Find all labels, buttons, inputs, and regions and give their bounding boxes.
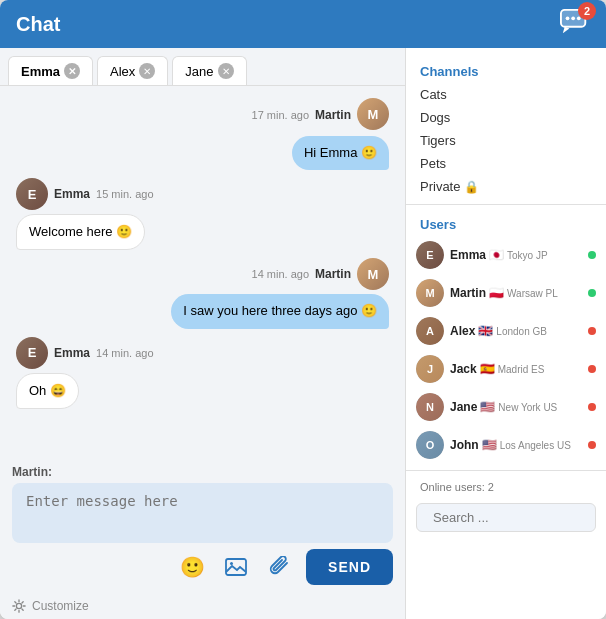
- users-title: Users: [406, 211, 606, 236]
- send-button[interactable]: SEND: [306, 549, 393, 585]
- avatar-martin: M: [416, 279, 444, 307]
- emma-flag: 🇯🇵: [489, 248, 504, 262]
- customize-row[interactable]: Customize: [0, 593, 405, 619]
- divider-1: [406, 204, 606, 205]
- jane-flag: 🇺🇸: [480, 400, 495, 414]
- user-item-alex[interactable]: A Alex 🇬🇧 London GB: [406, 312, 606, 350]
- divider-2: [406, 470, 606, 471]
- msg1-sender: Martin: [315, 108, 351, 122]
- jack-flag: 🇪🇸: [480, 362, 495, 376]
- message-meta-4: E Emma 14 min. ago: [16, 337, 154, 369]
- tab-emma-label: Emma: [21, 64, 60, 79]
- input-area: Martin: 🙂: [0, 457, 405, 593]
- jane-city: New York US: [498, 402, 557, 413]
- tab-emma[interactable]: Emma ✕: [8, 56, 93, 85]
- svg-point-5: [230, 562, 233, 565]
- tab-alex-close[interactable]: ✕: [139, 63, 155, 79]
- channel-tigers-label: Tigers: [420, 133, 456, 148]
- tab-jane-close[interactable]: ✕: [218, 63, 234, 79]
- left-panel: Emma ✕ Alex ✕ Jane ✕ 17 min. ago: [0, 48, 406, 619]
- message-meta-3: 14 min. ago Martin M: [252, 258, 389, 290]
- user-item-jack[interactable]: J Jack 🇪🇸 Madrid ES: [406, 350, 606, 388]
- search-box-wrap[interactable]: [416, 503, 596, 532]
- message-meta-1: 17 min. ago Martin M: [252, 98, 389, 132]
- channel-dogs-label: Dogs: [420, 110, 450, 125]
- msg4-avatar: E: [16, 337, 48, 369]
- notification-icon-wrap[interactable]: 2: [560, 8, 590, 40]
- msg3-avatar: M: [357, 258, 389, 290]
- channel-private-label: Private: [420, 179, 460, 194]
- message-meta-2: E Emma 15 min. ago: [16, 178, 154, 210]
- msg4-bubble: Oh 😄: [16, 373, 79, 409]
- emma-status: [588, 251, 596, 259]
- jack-name: Jack: [450, 362, 477, 376]
- tab-alex[interactable]: Alex ✕: [97, 56, 168, 85]
- user-info-martin: Martin 🇵🇱 Warsaw PL: [450, 286, 582, 300]
- channel-cats-label: Cats: [420, 87, 447, 102]
- settings-icon: [12, 599, 26, 613]
- main-content: Emma ✕ Alex ✕ Jane ✕ 17 min. ago: [0, 48, 606, 619]
- tabs-bar: Emma ✕ Alex ✕ Jane ✕: [0, 48, 405, 86]
- user-info-jane: Jane 🇺🇸 New York US: [450, 400, 582, 414]
- msg3-time: 14 min. ago: [252, 268, 309, 280]
- image-button[interactable]: [218, 549, 254, 585]
- user-item-martin[interactable]: M Martin 🇵🇱 Warsaw PL: [406, 274, 606, 312]
- msg2-time: 15 min. ago: [96, 188, 153, 200]
- msg1-avatar: M: [357, 98, 389, 130]
- user-info-jack: Jack 🇪🇸 Madrid ES: [450, 362, 582, 376]
- john-status: [588, 441, 596, 449]
- jack-city: Madrid ES: [498, 364, 545, 375]
- user-item-emma[interactable]: E Emma 🇯🇵 Tokyo JP: [406, 236, 606, 274]
- customize-label: Customize: [32, 599, 89, 613]
- john-flag: 🇺🇸: [482, 438, 497, 452]
- lock-icon: 🔒: [464, 180, 479, 194]
- attach-button[interactable]: [262, 549, 298, 585]
- avatar-john: O: [416, 431, 444, 459]
- search-input[interactable]: [433, 510, 601, 525]
- message-input[interactable]: [12, 483, 393, 543]
- message-group-4: E Emma 14 min. ago Oh 😄: [16, 337, 389, 409]
- msg1-time: 17 min. ago: [252, 109, 309, 121]
- right-panel: Channels Cats Dogs Tigers Pets Private 🔒…: [406, 48, 606, 619]
- msg1-bubble: Hi Emma 🙂: [292, 136, 389, 170]
- message-group-3: 14 min. ago Martin M I saw you here thre…: [16, 258, 389, 328]
- channel-dogs[interactable]: Dogs: [406, 106, 606, 129]
- svg-point-2: [571, 16, 575, 20]
- tab-jane[interactable]: Jane ✕: [172, 56, 246, 85]
- msg4-sender: Emma: [54, 346, 90, 360]
- tab-emma-close[interactable]: ✕: [64, 63, 80, 79]
- channel-private[interactable]: Private 🔒: [406, 175, 606, 198]
- image-icon: [225, 556, 247, 578]
- user-info-emma: Emma 🇯🇵 Tokyo JP: [450, 248, 582, 262]
- avatar-alex: A: [416, 317, 444, 345]
- channel-pets[interactable]: Pets: [406, 152, 606, 175]
- msg2-bubble: Welcome here 🙂: [16, 214, 145, 250]
- message-group-2: E Emma 15 min. ago Welcome here 🙂: [16, 178, 389, 250]
- emoji-button[interactable]: 🙂: [174, 549, 210, 585]
- svg-point-1: [566, 16, 570, 20]
- alex-name: Alex: [450, 324, 475, 338]
- channel-cats[interactable]: Cats: [406, 83, 606, 106]
- jane-name: Jane: [450, 400, 477, 414]
- avatar-jane: N: [416, 393, 444, 421]
- martin-city: Warsaw PL: [507, 288, 558, 299]
- messages-area: 17 min. ago Martin M Hi Emma 🙂 E Emma 15…: [0, 86, 405, 457]
- martin-name: Martin: [450, 286, 486, 300]
- martin-status: [588, 289, 596, 297]
- jack-status: [588, 365, 596, 373]
- martin-flag: 🇵🇱: [489, 286, 504, 300]
- john-city: Los Angeles US: [500, 440, 571, 451]
- user-info-alex: Alex 🇬🇧 London GB: [450, 324, 582, 338]
- app-title: Chat: [16, 13, 60, 36]
- channel-pets-label: Pets: [420, 156, 446, 171]
- user-item-john[interactable]: O John 🇺🇸 Los Angeles US: [406, 426, 606, 464]
- user-item-jane[interactable]: N Jane 🇺🇸 New York US: [406, 388, 606, 426]
- channel-tigers[interactable]: Tigers: [406, 129, 606, 152]
- alex-status: [588, 327, 596, 335]
- msg3-bubble: I saw you here three days ago 🙂: [171, 294, 389, 328]
- msg1-avatar-wrap: M: [357, 98, 389, 130]
- msg2-avatar: E: [16, 178, 48, 210]
- input-label: Martin:: [12, 465, 393, 479]
- alex-city: London GB: [496, 326, 547, 337]
- avatar-jack: J: [416, 355, 444, 383]
